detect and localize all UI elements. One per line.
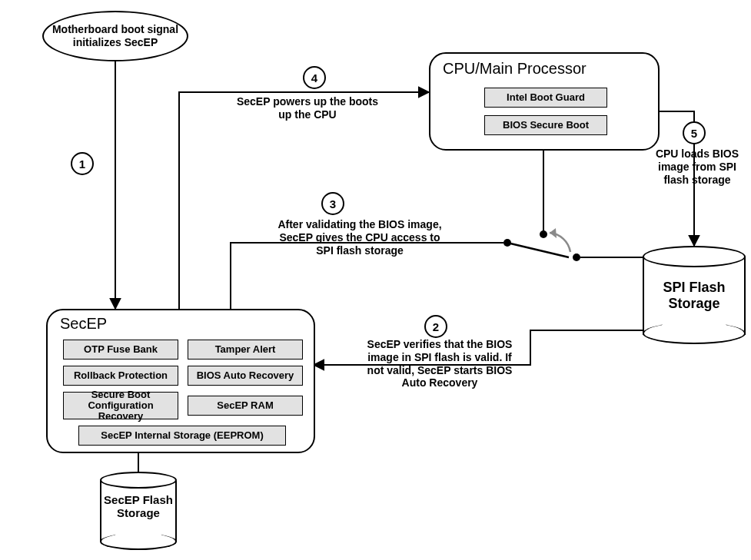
svg-point-5: [573, 253, 580, 261]
secep-title: SecEP: [60, 315, 107, 333]
spi-flash-label: SPI Flash Storage: [643, 280, 746, 311]
svg-line-6: [507, 243, 569, 257]
chip-bios-auto-recovery: BIOS Auto Recovery: [188, 366, 303, 386]
step-4-badge: 4: [303, 66, 326, 89]
caption-step-4: SecEP powers up the boots up the CPU: [231, 95, 384, 121]
spi-flash-cylinder: SPI Flash Storage: [643, 246, 746, 346]
step-5-badge: 5: [683, 121, 706, 144]
chip-secep-ram: SecEP RAM: [188, 396, 303, 416]
cpu-box: CPU/Main Processor Intel Boot Guard BIOS…: [429, 52, 660, 151]
secep-flash-label: SecEP Flash Storage: [100, 493, 177, 520]
chip-rollback-protection: Rollback Protection: [63, 366, 178, 386]
caption-step-3: After validating the BIOS image, SecEP g…: [275, 218, 444, 257]
motherboard-label: Motherboard boot signal initializes SecE…: [52, 23, 179, 49]
secep-box: SecEP OTP Fuse Bank Tamper Alert Rollbac…: [46, 309, 315, 453]
step-3-badge: 3: [321, 192, 344, 215]
chip-bios-secure-boot: BIOS Secure Boot: [484, 115, 607, 135]
caption-step-2: SecEP verifies that the BIOS image in SP…: [363, 338, 517, 389]
step-2-badge: 2: [424, 315, 447, 338]
chip-tamper-alert: Tamper Alert: [188, 340, 303, 360]
chip-secure-boot-config-recovery: Secure Boot Configuration Recovery: [63, 392, 178, 419]
secep-flash-cylinder: SecEP Flash Storage: [100, 472, 177, 552]
motherboard-ellipse: Motherboard boot signal initializes SecE…: [42, 11, 188, 61]
svg-point-3: [503, 239, 511, 247]
svg-marker-7: [550, 228, 557, 238]
cpu-title: CPU/Main Processor: [443, 60, 587, 78]
chip-otp-fuse-bank: OTP Fuse Bank: [63, 340, 178, 360]
chip-intel-boot-guard: Intel Boot Guard: [484, 88, 607, 108]
svg-point-4: [540, 230, 547, 238]
step-1-badge: 1: [71, 152, 94, 175]
chip-secep-eeprom: SecEP Internal Storage (EEPROM): [78, 426, 286, 446]
caption-step-5: CPU loads BIOS image from SPI flash stor…: [647, 147, 747, 186]
